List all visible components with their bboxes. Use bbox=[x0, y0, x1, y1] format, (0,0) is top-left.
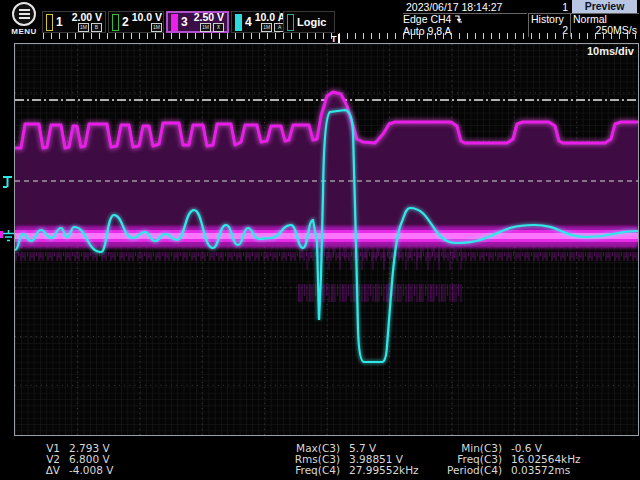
channel-1-color-bar bbox=[46, 14, 53, 31]
logic-label: Logic bbox=[297, 16, 326, 28]
dc-coupling-icon: 1M bbox=[200, 23, 211, 32]
dc-coupling-icon: 1M bbox=[151, 23, 162, 32]
acquisition-count: 1 bbox=[528, 1, 568, 13]
acquisition-info: 2023/06/17 18:14:27 1 Preview Edge CH4 A… bbox=[403, 0, 638, 36]
channel-4-number: 4 bbox=[245, 15, 252, 29]
measurement-value: 27.99552kHz bbox=[349, 465, 419, 476]
trigger-position-marker[interactable]: T bbox=[331, 34, 340, 44]
channel-3-scale: 2.50 V bbox=[194, 12, 224, 23]
channel-2-color-bar bbox=[112, 14, 119, 31]
trigger-level-marker[interactable] bbox=[2, 176, 14, 195]
channel-4-scale: 10.0 A bbox=[255, 12, 286, 23]
preview-button[interactable]: Preview bbox=[572, 0, 637, 13]
channel-2-button[interactable]: 2 10.0 V 1M bbox=[108, 11, 164, 33]
trigger-position-bar-icon bbox=[338, 34, 340, 43]
channel-3-color-bar bbox=[171, 14, 178, 31]
channel-4-color-bar bbox=[235, 14, 242, 31]
falling-edge-icon bbox=[454, 14, 463, 26]
measurement-value: 0.03572ms bbox=[511, 465, 570, 476]
timebase-readout: 10ms/div bbox=[587, 45, 634, 57]
datetime: 2023/06/17 18:14:27 bbox=[406, 1, 528, 13]
graticule-and-traces bbox=[15, 44, 638, 435]
trigger-type: Edge CH4 bbox=[403, 13, 451, 25]
waveform-display: 10ms/div T bbox=[14, 43, 639, 436]
channel-1-number: 1 bbox=[56, 15, 63, 29]
measurement-value: -4.008 V bbox=[69, 465, 113, 476]
probe-icon: ⊼ bbox=[213, 23, 224, 32]
channel-2-number: 2 bbox=[122, 15, 129, 29]
menu-icon bbox=[12, 2, 36, 26]
measurement-label: ΔV bbox=[18, 465, 60, 476]
horizontal-scale-ticks bbox=[43, 33, 638, 39]
channel-3-number: 3 bbox=[181, 15, 188, 29]
menu-button[interactable]: MENU bbox=[8, 2, 40, 36]
menu-label: MENU bbox=[8, 27, 40, 36]
channel-1-scale: 2.00 V bbox=[72, 12, 102, 23]
logic-color-bar bbox=[287, 14, 294, 31]
ch4-ground-marker[interactable] bbox=[2, 229, 15, 248]
logic-button[interactable]: Logic bbox=[283, 11, 335, 33]
channel-3-button[interactable]: 3 2.50 V 1M⊼ bbox=[166, 11, 229, 33]
measurement-readout: V12.793 V V26.800 V ΔV-4.008 V Max(C3)5.… bbox=[0, 437, 640, 480]
bandwidth-icon: B bbox=[91, 23, 102, 32]
measurement-label: Period(C4) bbox=[412, 465, 502, 476]
channel-4-button[interactable]: 4 10.0 A 1MA bbox=[231, 11, 280, 33]
channel-2-scale: 10.0 V bbox=[132, 12, 162, 23]
history-label: History bbox=[529, 13, 564, 25]
top-bar: MENU 1 2.00 V 1MB 2 10.0 V 1M 3 2.50 V 1… bbox=[0, 0, 640, 43]
measurement-label: Freq(C4) bbox=[268, 465, 340, 476]
dc-coupling-icon: 1M bbox=[261, 23, 272, 32]
dc-coupling-icon: 1M bbox=[78, 23, 89, 32]
channel-1-button[interactable]: 1 2.00 V 1MB bbox=[42, 11, 106, 33]
